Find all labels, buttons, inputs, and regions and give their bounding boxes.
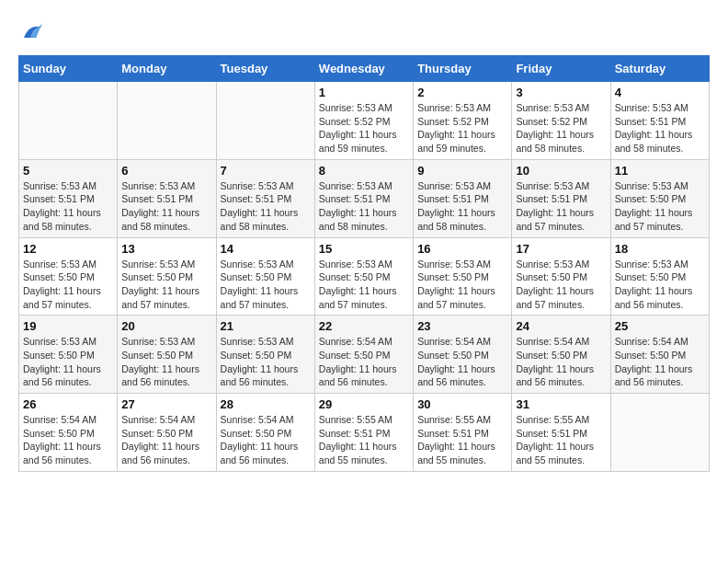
calendar-day-cell: 24Sunrise: 5:54 AM Sunset: 5:50 PM Dayli… <box>512 316 610 394</box>
day-number: 29 <box>319 397 409 411</box>
day-info: Sunrise: 5:53 AM Sunset: 5:50 PM Dayligh… <box>417 258 507 312</box>
day-number: 31 <box>516 397 606 411</box>
day-number: 17 <box>516 242 606 256</box>
day-info: Sunrise: 5:54 AM Sunset: 5:50 PM Dayligh… <box>417 335 507 389</box>
calendar-week-row: 5Sunrise: 5:53 AM Sunset: 5:51 PM Daylig… <box>19 159 710 237</box>
day-info: Sunrise: 5:54 AM Sunset: 5:50 PM Dayligh… <box>615 335 705 389</box>
day-info: Sunrise: 5:53 AM Sunset: 5:50 PM Dayligh… <box>221 335 311 389</box>
day-number: 14 <box>221 242 311 256</box>
calendar-day-cell: 25Sunrise: 5:54 AM Sunset: 5:50 PM Dayli… <box>610 316 709 394</box>
calendar-day-cell: 19Sunrise: 5:53 AM Sunset: 5:50 PM Dayli… <box>19 316 118 394</box>
calendar-day-cell: 26Sunrise: 5:54 AM Sunset: 5:50 PM Dayli… <box>19 394 118 472</box>
day-info: Sunrise: 5:53 AM Sunset: 5:52 PM Dayligh… <box>516 101 606 155</box>
day-number: 6 <box>121 164 211 178</box>
day-info: Sunrise: 5:53 AM Sunset: 5:50 PM Dayligh… <box>121 335 211 389</box>
calendar-week-row: 12Sunrise: 5:53 AM Sunset: 5:50 PM Dayli… <box>19 237 710 316</box>
day-number: 11 <box>615 164 705 178</box>
day-info: Sunrise: 5:55 AM Sunset: 5:51 PM Dayligh… <box>516 413 606 467</box>
calendar-day-cell: 23Sunrise: 5:54 AM Sunset: 5:50 PM Dayli… <box>414 316 512 394</box>
day-number: 20 <box>121 319 211 333</box>
calendar-day-cell: 18Sunrise: 5:53 AM Sunset: 5:50 PM Dayli… <box>610 237 709 316</box>
day-info: Sunrise: 5:53 AM Sunset: 5:50 PM Dayligh… <box>23 335 113 389</box>
day-info: Sunrise: 5:53 AM Sunset: 5:50 PM Dayligh… <box>221 258 311 312</box>
day-of-week-header: Tuesday <box>216 56 314 82</box>
page-header <box>18 18 710 46</box>
day-number: 9 <box>417 164 507 178</box>
calendar-header-row: SundayMondayTuesdayWednesdayThursdayFrid… <box>19 56 710 82</box>
day-info: Sunrise: 5:53 AM Sunset: 5:51 PM Dayligh… <box>121 179 211 234</box>
day-info: Sunrise: 5:55 AM Sunset: 5:51 PM Dayligh… <box>319 413 409 467</box>
day-info: Sunrise: 5:53 AM Sunset: 5:50 PM Dayligh… <box>615 258 705 312</box>
day-number: 8 <box>319 164 409 178</box>
calendar-day-cell <box>19 82 118 160</box>
calendar-day-cell: 9Sunrise: 5:53 AM Sunset: 5:51 PM Daylig… <box>414 159 512 237</box>
day-info: Sunrise: 5:53 AM Sunset: 5:51 PM Dayligh… <box>319 179 409 234</box>
day-number: 24 <box>516 319 606 333</box>
calendar-day-cell: 2Sunrise: 5:53 AM Sunset: 5:52 PM Daylig… <box>414 82 512 160</box>
calendar-day-cell: 12Sunrise: 5:53 AM Sunset: 5:50 PM Dayli… <box>19 237 118 316</box>
calendar-week-row: 19Sunrise: 5:53 AM Sunset: 5:50 PM Dayli… <box>19 316 710 394</box>
day-info: Sunrise: 5:55 AM Sunset: 5:51 PM Dayligh… <box>417 413 507 467</box>
day-number: 28 <box>221 397 311 411</box>
calendar-day-cell: 11Sunrise: 5:53 AM Sunset: 5:50 PM Dayli… <box>610 159 709 237</box>
day-number: 25 <box>615 319 705 333</box>
day-number: 18 <box>615 242 705 256</box>
calendar-day-cell: 10Sunrise: 5:53 AM Sunset: 5:51 PM Dayli… <box>512 159 610 237</box>
day-number: 5 <box>23 164 113 178</box>
day-number: 23 <box>417 319 507 333</box>
calendar-day-cell <box>610 394 709 472</box>
day-number: 2 <box>417 86 507 99</box>
calendar-day-cell: 22Sunrise: 5:54 AM Sunset: 5:50 PM Dayli… <box>314 316 413 394</box>
calendar-day-cell: 7Sunrise: 5:53 AM Sunset: 5:51 PM Daylig… <box>216 159 314 237</box>
day-number: 4 <box>615 86 705 99</box>
day-number: 1 <box>319 86 409 99</box>
day-of-week-header: Thursday <box>414 56 512 82</box>
day-info: Sunrise: 5:53 AM Sunset: 5:51 PM Dayligh… <box>23 179 113 234</box>
logo <box>18 18 50 46</box>
calendar-day-cell: 6Sunrise: 5:53 AM Sunset: 5:51 PM Daylig… <box>118 159 216 237</box>
day-of-week-header: Sunday <box>19 56 118 82</box>
day-number: 16 <box>417 242 507 256</box>
calendar-day-cell: 31Sunrise: 5:55 AM Sunset: 5:51 PM Dayli… <box>512 394 610 472</box>
day-info: Sunrise: 5:53 AM Sunset: 5:50 PM Dayligh… <box>516 258 606 312</box>
calendar-day-cell: 16Sunrise: 5:53 AM Sunset: 5:50 PM Dayli… <box>414 237 512 316</box>
logo-icon <box>18 18 46 46</box>
day-info: Sunrise: 5:53 AM Sunset: 5:52 PM Dayligh… <box>319 101 409 155</box>
day-number: 3 <box>516 86 606 99</box>
day-number: 26 <box>23 397 113 411</box>
day-info: Sunrise: 5:53 AM Sunset: 5:50 PM Dayligh… <box>615 179 705 234</box>
calendar-day-cell: 17Sunrise: 5:53 AM Sunset: 5:50 PM Dayli… <box>512 237 610 316</box>
day-number: 19 <box>23 319 113 333</box>
day-number: 27 <box>121 397 211 411</box>
calendar-day-cell: 13Sunrise: 5:53 AM Sunset: 5:50 PM Dayli… <box>118 237 216 316</box>
day-info: Sunrise: 5:53 AM Sunset: 5:51 PM Dayligh… <box>221 179 311 234</box>
day-number: 12 <box>23 242 113 256</box>
day-info: Sunrise: 5:54 AM Sunset: 5:50 PM Dayligh… <box>121 413 211 467</box>
day-info: Sunrise: 5:53 AM Sunset: 5:50 PM Dayligh… <box>319 258 409 312</box>
day-of-week-header: Friday <box>512 56 610 82</box>
day-info: Sunrise: 5:54 AM Sunset: 5:50 PM Dayligh… <box>221 413 311 467</box>
day-of-week-header: Wednesday <box>314 56 413 82</box>
calendar-day-cell: 27Sunrise: 5:54 AM Sunset: 5:50 PM Dayli… <box>118 394 216 472</box>
day-of-week-header: Saturday <box>610 56 709 82</box>
calendar-day-cell: 29Sunrise: 5:55 AM Sunset: 5:51 PM Dayli… <box>314 394 413 472</box>
day-info: Sunrise: 5:54 AM Sunset: 5:50 PM Dayligh… <box>319 335 409 389</box>
calendar-day-cell: 5Sunrise: 5:53 AM Sunset: 5:51 PM Daylig… <box>19 159 118 237</box>
calendar-week-row: 1Sunrise: 5:53 AM Sunset: 5:52 PM Daylig… <box>19 82 710 160</box>
calendar-day-cell: 28Sunrise: 5:54 AM Sunset: 5:50 PM Dayli… <box>216 394 314 472</box>
calendar-day-cell: 30Sunrise: 5:55 AM Sunset: 5:51 PM Dayli… <box>414 394 512 472</box>
day-info: Sunrise: 5:53 AM Sunset: 5:51 PM Dayligh… <box>516 179 606 234</box>
calendar-day-cell: 21Sunrise: 5:53 AM Sunset: 5:50 PM Dayli… <box>216 316 314 394</box>
day-number: 30 <box>417 397 507 411</box>
calendar-table: SundayMondayTuesdayWednesdayThursdayFrid… <box>18 55 710 472</box>
day-info: Sunrise: 5:53 AM Sunset: 5:51 PM Dayligh… <box>417 179 507 234</box>
day-number: 13 <box>121 242 211 256</box>
day-number: 10 <box>516 164 606 178</box>
calendar-day-cell: 1Sunrise: 5:53 AM Sunset: 5:52 PM Daylig… <box>314 82 413 160</box>
calendar-day-cell: 14Sunrise: 5:53 AM Sunset: 5:50 PM Dayli… <box>216 237 314 316</box>
calendar-day-cell: 4Sunrise: 5:53 AM Sunset: 5:51 PM Daylig… <box>610 82 709 160</box>
day-info: Sunrise: 5:53 AM Sunset: 5:52 PM Dayligh… <box>417 101 507 155</box>
day-of-week-header: Monday <box>118 56 216 82</box>
calendar-day-cell: 15Sunrise: 5:53 AM Sunset: 5:50 PM Dayli… <box>314 237 413 316</box>
calendar-day-cell: 20Sunrise: 5:53 AM Sunset: 5:50 PM Dayli… <box>118 316 216 394</box>
